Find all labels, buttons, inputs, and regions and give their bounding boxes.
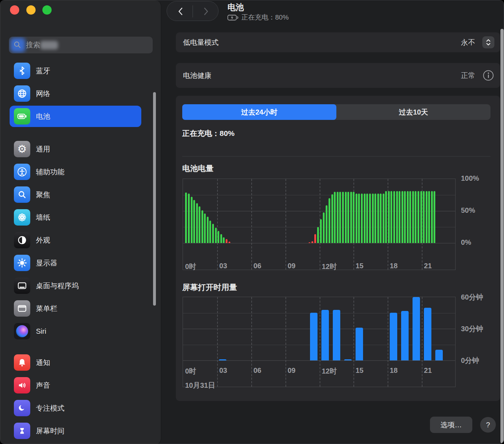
chart-bar — [412, 191, 414, 243]
chart-bar — [223, 237, 225, 243]
chart-bar — [337, 192, 338, 243]
screen-on-usage-chart-title: 屏幕打开时用量 — [182, 282, 237, 293]
x-axis-label: 12时 — [322, 366, 337, 376]
plot-area — [183, 179, 455, 243]
chart-bar — [393, 191, 395, 243]
maximize-window-button[interactable] — [42, 5, 52, 15]
x-axis-label: 0时 — [185, 262, 196, 271]
sidebar-item-wallpaper[interactable]: 墙纸 — [10, 207, 141, 228]
low-power-mode-row: 低电量模式 永不 — [176, 32, 500, 52]
chart-bar — [188, 194, 190, 243]
sidebar-item-sound[interactable]: 声音 — [10, 375, 141, 396]
chart-bar — [201, 210, 203, 243]
y-gridline — [183, 243, 455, 243]
chart-bar — [366, 194, 368, 243]
help-button[interactable]: ? — [480, 417, 496, 433]
sidebar-item-displays[interactable]: 显示器 — [10, 252, 141, 274]
x-axis-label: 0时 — [185, 366, 196, 376]
page-title: 电池 — [227, 2, 244, 13]
chart-bar — [409, 191, 411, 243]
battery-health-label: 电池健康 — [183, 71, 211, 80]
chart-bar — [350, 192, 352, 243]
charging-status-text: 正在充电：80% — [241, 13, 289, 22]
sidebar-item-label: 显示器 — [36, 258, 57, 268]
forward-button[interactable] — [201, 6, 211, 16]
sidebar-item-bluetooth[interactable]: 蓝牙 — [10, 60, 141, 81]
chart-bar — [226, 239, 227, 243]
sidebar-item-menubar[interactable]: 菜单栏 — [10, 298, 141, 319]
battery-health-row: 电池健康 正常 — [176, 63, 500, 88]
chart-bar — [311, 241, 313, 243]
chart-bar — [317, 227, 319, 243]
sidebar-item-battery[interactable]: 电池 — [10, 106, 141, 127]
y-axis-label: 30分钟 — [461, 324, 483, 334]
x-axis-label: 06 — [253, 366, 261, 375]
x-axis-label: 18 — [390, 262, 398, 270]
sidebar-item-label: 通用 — [36, 144, 50, 154]
date-label: 10月31日 — [185, 381, 215, 390]
chart-bar — [323, 212, 325, 243]
sidebar-item-appearance[interactable]: 外观 — [10, 229, 141, 251]
chart-bar — [209, 221, 211, 243]
chart-bar — [309, 242, 310, 243]
y-gridline — [183, 360, 455, 361]
chart-bar — [345, 192, 347, 243]
chart-bar — [331, 194, 333, 243]
sidebar-item-label: 菜单栏 — [36, 304, 57, 313]
chart-bar — [310, 313, 317, 360]
sidebar-item-notifications[interactable]: 通知 — [10, 352, 141, 373]
sidebar-item-network[interactable]: 网络 — [10, 83, 141, 104]
display-icon — [14, 255, 30, 271]
chart-bar — [333, 310, 340, 360]
sidebar-item-siri[interactable]: Siri — [10, 321, 141, 342]
back-button[interactable] — [175, 6, 185, 16]
chart-bar — [193, 200, 195, 243]
sidebar-item-spotlight[interactable]: 聚焦 — [10, 184, 141, 205]
tab-last-10-days[interactable]: 过去10天 — [336, 104, 490, 120]
x-axis-label: 18 — [390, 366, 398, 375]
chart-bar — [344, 359, 352, 360]
low-power-mode-popup-button[interactable] — [482, 36, 494, 48]
chart-bar — [219, 359, 226, 360]
minimize-window-button[interactable] — [26, 5, 36, 15]
plot-area — [183, 297, 455, 360]
sidebar-item-accessibility[interactable]: 辅助功能 — [10, 161, 141, 183]
chart-bar — [353, 192, 355, 243]
battery-usage-card: 过去24小时 过去10天 正在充电：80% 电池电量 0时03060912时15… — [176, 96, 500, 401]
y-axis-label: 0% — [461, 238, 471, 247]
y-axis-label: 0分钟 — [461, 356, 479, 365]
battery-charging-icon — [227, 14, 238, 21]
sidebar-item-focus[interactable]: 专注模式 — [10, 397, 141, 419]
chart-bar — [407, 191, 409, 243]
chart-bar — [434, 191, 435, 243]
options-button[interactable]: 选项… — [430, 417, 472, 433]
y-axis-label: 50% — [461, 206, 475, 215]
nav-divider — [193, 5, 193, 17]
battery-health-value: 正常 — [461, 71, 475, 80]
tab-last-24-hours[interactable]: 过去24小时 — [182, 104, 336, 120]
sidebar-item-label: 外观 — [36, 236, 50, 245]
chart-bar — [396, 191, 398, 243]
close-window-button[interactable] — [10, 5, 19, 15]
accessibility-icon — [14, 164, 30, 180]
main-scrollbar[interactable] — [500, 29, 504, 443]
search-field[interactable] — [9, 37, 153, 53]
sidebar-scrollbar[interactable] — [153, 92, 156, 306]
x-axis-label: 09 — [288, 262, 295, 270]
screen-on-usage-chart: 0时03060912时15182160分钟30分钟0分钟10月31日 — [183, 297, 456, 387]
battery-level-chart: 0时03060912时151821100%50%0% — [183, 179, 456, 270]
info-icon[interactable] — [482, 69, 494, 81]
speaker-icon — [14, 377, 30, 393]
chart-bar — [204, 213, 206, 243]
sidebar-item-general[interactable]: ⚙ 通用 — [10, 138, 141, 160]
network-icon — [14, 85, 30, 102]
sidebar-item-desktop-dock[interactable]: 桌面与程序坞 — [10, 275, 141, 296]
chart-bar — [372, 194, 374, 243]
sidebar-item-label: 桌面与程序坞 — [36, 281, 79, 291]
sidebar-item-label: 电池 — [36, 112, 50, 121]
low-power-mode-value: 永不 — [461, 38, 475, 47]
sidebar-item-screen-time[interactable]: 屏幕时间 — [10, 420, 141, 442]
low-power-mode-label: 低电量模式 — [183, 38, 219, 47]
search-input[interactable] — [25, 37, 146, 53]
sidebar-item-label: 屏幕时间 — [36, 426, 64, 436]
